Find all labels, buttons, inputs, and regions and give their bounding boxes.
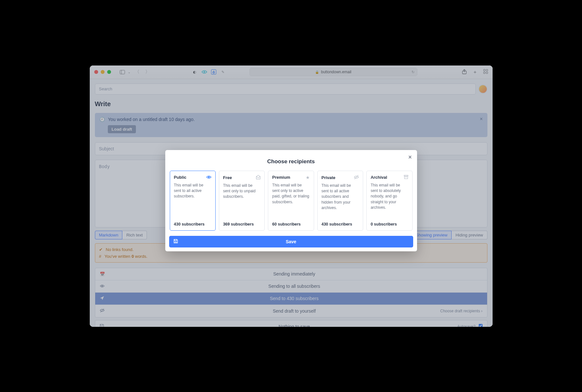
choose-recipients-modal: × Choose recipients Public This email wi… xyxy=(165,150,417,251)
card-count: 60 subscribers xyxy=(272,222,310,226)
card-desc: This email will be sent to absolutely no… xyxy=(371,183,408,219)
card-name: Private xyxy=(322,175,335,180)
archive-icon xyxy=(404,175,408,180)
card-name: Free xyxy=(223,175,232,180)
modal-overlay[interactable]: × Choose recipients Public This email wi… xyxy=(90,65,493,327)
mac-window: ⌄ 〈 〉 ◐ ⎙ ✎ 🔒 buttondown.email ↻ ＋ xyxy=(90,65,493,327)
recipient-card-public[interactable]: Public This email will be sent to all ac… xyxy=(170,171,216,231)
recipient-card-archival[interactable]: Archival This email will be sent to abso… xyxy=(366,171,412,231)
recipient-card-free[interactable]: Free This email will be sent only to unp… xyxy=(219,171,265,231)
save-button[interactable]: Save xyxy=(169,236,413,247)
card-desc: This email will be sent only to active p… xyxy=(272,183,310,219)
card-desc: This email will be sent to all active su… xyxy=(322,183,359,219)
svg-rect-13 xyxy=(404,176,408,179)
envelope-open-icon xyxy=(256,175,260,180)
save-button-label: Save xyxy=(286,239,296,244)
card-name: Public xyxy=(174,175,187,180)
close-modal-button[interactable]: × xyxy=(408,154,412,161)
svg-point-10 xyxy=(208,176,209,177)
recipient-cards: Public This email will be sent to all ac… xyxy=(169,171,413,236)
recipient-card-private[interactable]: Private This email will be sent to all a… xyxy=(317,171,363,231)
eye-off-icon xyxy=(354,175,359,180)
card-count: 430 subscribers xyxy=(322,222,359,226)
save-icon xyxy=(174,239,178,244)
card-desc: This email will be sent to all active su… xyxy=(174,183,211,219)
card-count: 430 subscribers xyxy=(174,222,211,226)
card-name: Premium xyxy=(272,175,290,180)
card-name: Archival xyxy=(371,175,387,180)
recipient-card-premium[interactable]: Premium ★ This email will be sent only t… xyxy=(268,171,314,231)
eye-icon xyxy=(206,175,211,180)
card-desc: This email will be sent only to unpaid s… xyxy=(223,183,260,219)
svg-line-11 xyxy=(354,175,358,179)
card-count: 369 subscribers xyxy=(223,222,260,226)
modal-title: Choose recipients xyxy=(169,158,413,165)
card-count: 0 subscribers xyxy=(371,222,408,226)
star-icon: ★ xyxy=(306,175,310,180)
